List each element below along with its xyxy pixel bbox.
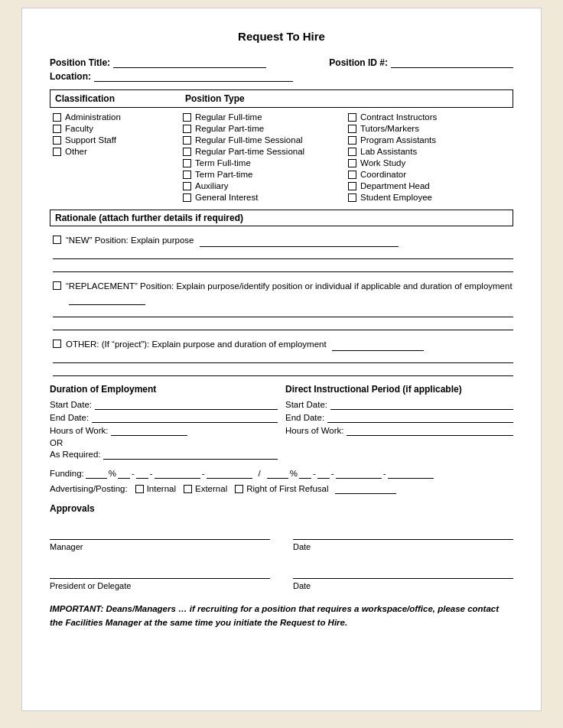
checkbox-icon[interactable] (348, 148, 356, 156)
date1-line[interactable] (293, 525, 513, 540)
rationale-new-line3[interactable] (53, 262, 513, 272)
hours-input-right[interactable] (347, 425, 513, 436)
as-required-row: As Required: (50, 449, 278, 460)
checkbox-icon[interactable] (348, 136, 356, 145)
checkbox-student-employee[interactable]: Student Employee (348, 193, 513, 202)
checkbox-icon[interactable] (183, 159, 191, 167)
date2-line[interactable] (293, 564, 513, 579)
checkbox-work-study[interactable]: Work Study (348, 158, 513, 167)
duration-right-title: Direct Instructional Period (if applicab… (285, 384, 513, 395)
duration-section: Duration of Employment Start Date: End D… (50, 384, 513, 462)
funding-pct1[interactable] (86, 468, 107, 479)
checkbox-icon[interactable] (183, 113, 191, 122)
rationale-replacement-line3[interactable] (53, 320, 513, 330)
checkbox-regular-parttime[interactable]: Regular Part-time (183, 124, 348, 133)
funding-dash4[interactable] (317, 468, 330, 479)
label-support-staff: Support Staff (65, 135, 116, 145)
checkbox-icon[interactable] (53, 136, 61, 145)
funding-acct4[interactable] (388, 468, 434, 479)
checkbox-term-fulltime[interactable]: Term Full-time (183, 158, 348, 167)
checkbox-icon[interactable] (53, 113, 61, 122)
rationale-new-input[interactable] (200, 234, 399, 247)
start-date-input-left[interactable] (95, 399, 278, 410)
funding-acct1[interactable] (155, 468, 200, 479)
checkbox-regular-parttime-sessional[interactable]: Regular Part-time Sessional (183, 147, 348, 156)
funding-dash2[interactable] (136, 468, 148, 479)
label-auxiliary: Auxiliary (195, 181, 228, 190)
checkbox-new[interactable] (53, 236, 61, 244)
position-title-input[interactable] (113, 57, 266, 68)
checkbox-icon[interactable] (348, 182, 356, 190)
rationale-other-line2[interactable] (53, 353, 513, 363)
checkbox-program-assistants[interactable]: Program Assistants (348, 135, 513, 145)
checkbox-tutors-markers[interactable]: Tutors/Markers (348, 124, 513, 133)
rationale-new-line: “NEW” Position: Explain purpose (53, 234, 513, 247)
rationale-replacement-input[interactable] (69, 292, 145, 305)
checkbox-icon[interactable] (348, 193, 356, 202)
position-title-field: Position Title: (50, 57, 266, 68)
end-date-input-right[interactable] (327, 412, 513, 423)
checkbox-regular-fulltime[interactable]: Regular Full-time (183, 112, 348, 122)
rationale-new-line2[interactable] (53, 249, 513, 259)
checkbox-other-rationale[interactable] (53, 340, 61, 348)
rofr-input[interactable] (335, 483, 396, 494)
checkbox-icon[interactable] (183, 148, 191, 156)
checkbox-icon[interactable] (183, 136, 191, 145)
page: Request To Hire Position Title: Position… (21, 8, 542, 711)
checkbox-icon[interactable] (53, 148, 61, 156)
label-student-employee: Student Employee (360, 193, 432, 202)
advertising-rofr[interactable]: Right of First Refusal (235, 483, 395, 494)
checkbox-icon[interactable] (183, 193, 191, 202)
advertising-external[interactable]: External (184, 484, 227, 493)
funding-pct2[interactable] (267, 468, 288, 479)
checkbox-icon[interactable] (53, 125, 61, 133)
funding-dash3[interactable] (299, 468, 311, 479)
checkbox-other-class[interactable]: Other (53, 147, 183, 156)
checkbox-contract-instructors[interactable]: Contract Instructors (348, 112, 513, 122)
start-date-input-right[interactable] (330, 399, 513, 410)
funding-acct2[interactable] (207, 468, 252, 479)
checkbox-coordinator[interactable]: Coordinator (348, 170, 513, 179)
rationale-replacement-text: “REPLACEMENT” Position: Explain purpose/… (66, 280, 513, 305)
checkbox-rofr[interactable] (235, 485, 243, 493)
checkbox-icon[interactable] (348, 125, 356, 133)
checkbox-icon[interactable] (183, 171, 191, 179)
checkbox-icon[interactable] (183, 125, 191, 133)
approval-date2-col: Date (293, 564, 513, 590)
checkbox-auxiliary[interactable]: Auxiliary (183, 181, 348, 190)
checkbox-term-parttime[interactable]: Term Part-time (183, 170, 348, 179)
checkbox-general-interest[interactable]: General Interest (183, 193, 348, 202)
checkbox-icon[interactable] (348, 113, 356, 122)
checkbox-department-head[interactable]: Department Head (348, 181, 513, 190)
checkbox-icon[interactable] (348, 159, 356, 167)
hours-row-left: Hours of Work: (50, 425, 278, 436)
funding-acct3[interactable] (336, 468, 382, 479)
checkbox-lab-assistants[interactable]: Lab Assistants (348, 147, 513, 156)
rationale-replacement-line2[interactable] (53, 307, 513, 317)
checkbox-icon[interactable] (183, 182, 191, 190)
checkbox-regular-fulltime-sessional[interactable]: Regular Full-time Sessional (183, 135, 348, 145)
funding-dash1[interactable] (118, 468, 130, 479)
checkbox-external[interactable] (184, 485, 192, 493)
hours-input-left[interactable] (111, 425, 187, 436)
as-required-input[interactable] (103, 449, 278, 460)
location-input[interactable] (94, 71, 293, 82)
checkbox-icon[interactable] (348, 171, 356, 179)
checkbox-replacement[interactable] (53, 281, 61, 290)
advertising-internal[interactable]: Internal (135, 484, 176, 493)
checkbox-faculty[interactable]: Faculty (53, 124, 183, 133)
rationale-other-input[interactable] (332, 338, 424, 351)
president-signature-line[interactable] (50, 564, 270, 579)
label-regular-fulltime-sessional: Regular Full-time Sessional (195, 135, 303, 145)
checkbox-internal[interactable] (135, 485, 144, 493)
rationale-new: “NEW” Position: Explain purpose (50, 234, 513, 272)
manager-signature-line[interactable] (50, 525, 270, 540)
checkbox-administration[interactable]: Administration (53, 112, 183, 122)
rationale-other-line3[interactable] (53, 366, 513, 376)
approval-president-col: President or Delegate (50, 564, 270, 590)
manager-label: Manager (50, 542, 270, 551)
position-id-input[interactable] (391, 57, 513, 68)
location-row: Location: (50, 71, 513, 82)
checkbox-support-staff[interactable]: Support Staff (53, 135, 183, 145)
end-date-input-left[interactable] (92, 412, 278, 423)
